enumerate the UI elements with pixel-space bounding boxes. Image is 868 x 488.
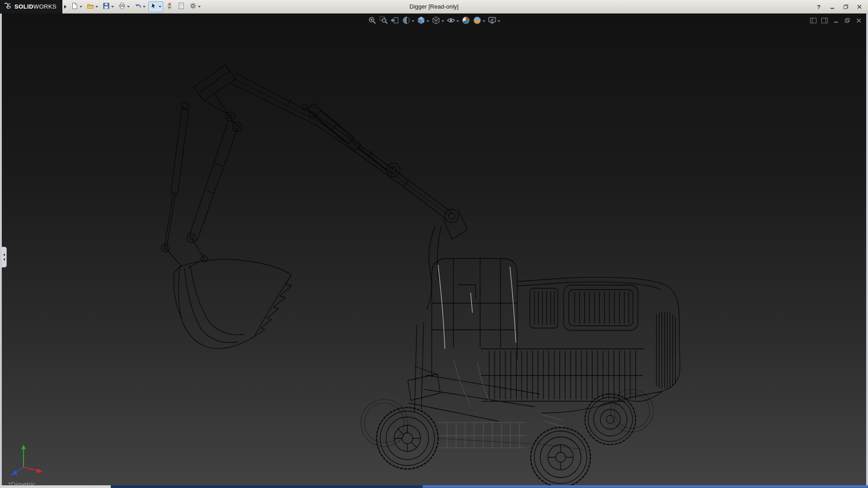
display-style-cube-icon — [432, 16, 441, 27]
gear-icon — [189, 2, 197, 11]
document-close-button[interactable] — [854, 16, 863, 24]
new-document-icon — [71, 2, 78, 11]
brand-light: WORKS — [33, 3, 57, 10]
apply-scene-button[interactable] — [472, 16, 486, 27]
chevron-down-icon — [457, 20, 459, 22]
print-button[interactable] — [117, 1, 132, 12]
chevron-down-icon — [159, 6, 161, 8]
chevron-down-icon — [412, 20, 415, 22]
cube-icon — [417, 16, 426, 27]
dassault-3ds-logo-icon — [3, 2, 12, 11]
view-settings-button[interactable] — [487, 16, 501, 27]
previous-view-icon — [391, 16, 400, 27]
close-button[interactable] — [855, 3, 863, 11]
appearance-ball-icon — [462, 16, 471, 27]
collapse-arrow-icon — [3, 253, 5, 256]
undo-button[interactable] — [132, 1, 147, 12]
chevron-down-icon — [427, 20, 429, 22]
section-view-button[interactable] — [401, 16, 415, 27]
open-document-button[interactable] — [85, 1, 100, 12]
minimize-button[interactable] — [828, 3, 836, 11]
traffic-light-icon — [166, 2, 173, 11]
brand-text: SOLIDWORKS — [14, 3, 57, 10]
options-button[interactable] — [188, 1, 203, 12]
chevron-down-icon — [127, 6, 130, 8]
tile-right-pane-button[interactable] — [821, 16, 829, 24]
eye-icon — [447, 16, 456, 27]
magnifier-area-icon — [379, 16, 388, 27]
help-button[interactable]: ? — [815, 3, 823, 11]
document-restore-button[interactable] — [843, 16, 851, 24]
view-orientation-label: *Dimetric — [8, 480, 36, 485]
window-controls: ? — [815, 0, 863, 14]
taskbar-frame-segment — [0, 485, 111, 488]
tile-left-pane-button[interactable] — [809, 16, 817, 24]
chevron-down-icon — [143, 6, 146, 8]
main-toolbar — [69, 1, 203, 12]
view-orientation-button[interactable] — [416, 16, 430, 27]
heads-up-view-toolbar — [367, 16, 501, 27]
file-properties-button[interactable] — [176, 1, 187, 12]
solidworks-logo: SOLIDWORKS — [0, 0, 62, 14]
toolbar-expand-arrow-icon[interactable] — [64, 5, 66, 9]
chevron-down-icon — [111, 6, 114, 8]
document-info-icon — [178, 2, 185, 11]
graphics-viewport[interactable]: *Dimetric — [0, 14, 868, 485]
rebuild-button[interactable] — [164, 1, 175, 12]
chevron-down-icon — [483, 20, 486, 22]
cursor-arrow-icon — [150, 2, 157, 11]
window-title: Digger [Read-only] — [410, 3, 458, 10]
taskbar-blue-segment[interactable] — [423, 485, 868, 488]
model-wireframe — [2, 14, 866, 485]
open-folder-icon — [87, 2, 94, 11]
hide-show-items-button[interactable] — [446, 16, 460, 27]
magnifier-icon — [368, 16, 377, 27]
taskbar-navy-segment[interactable] — [111, 485, 423, 488]
view-settings-icon — [488, 16, 497, 27]
chevron-down-icon — [80, 6, 82, 8]
save-button[interactable] — [101, 1, 116, 12]
display-style-button[interactable] — [431, 16, 445, 27]
app-window: SOLIDWORKS — [0, 0, 868, 488]
zoom-to-area-button[interactable] — [378, 16, 389, 27]
scene-sphere-icon — [473, 16, 482, 27]
floppy-disk-icon — [103, 2, 110, 11]
document-minimize-button[interactable] — [832, 16, 840, 24]
select-button[interactable] — [148, 1, 163, 12]
undo-arrow-icon — [134, 2, 142, 11]
new-document-button[interactable] — [69, 1, 84, 12]
document-window-controls — [809, 16, 863, 24]
printer-icon — [118, 2, 126, 11]
zoom-to-fit-button[interactable] — [367, 16, 378, 27]
chevron-down-icon — [95, 6, 98, 8]
restore-button[interactable] — [842, 3, 850, 11]
titlebar: SOLIDWORKS — [0, 0, 868, 14]
orientation-triad — [8, 441, 47, 478]
chevron-down-icon — [442, 20, 444, 22]
section-sphere-icon — [402, 16, 411, 27]
edit-appearance-button[interactable] — [461, 16, 472, 27]
chevron-down-icon — [198, 6, 201, 8]
chevron-down-icon — [498, 20, 500, 22]
taskbar-strip[interactable] — [0, 485, 868, 488]
panel-collapse-tab[interactable] — [2, 247, 7, 267]
collapse-arrow-icon — [3, 258, 5, 261]
brand-bold: SOLID — [14, 3, 33, 10]
previous-view-button[interactable] — [390, 16, 401, 27]
